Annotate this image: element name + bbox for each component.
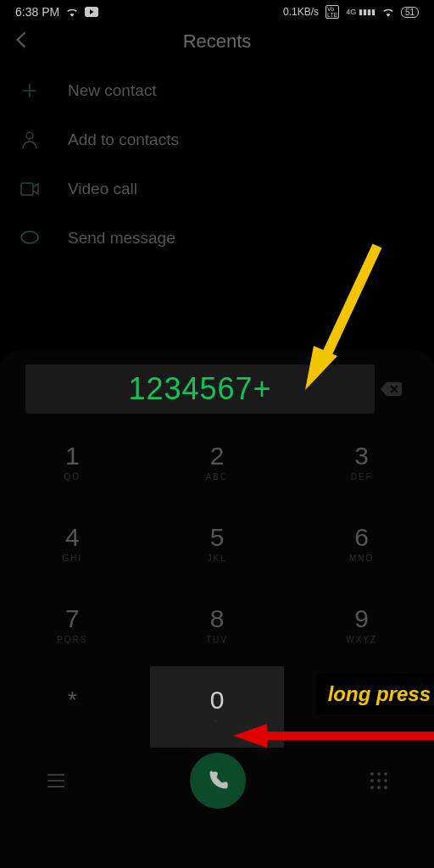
- action-label: Add to contacts: [68, 131, 179, 149]
- svg-point-12: [384, 786, 387, 789]
- key-8[interactable]: 8TUV: [145, 585, 290, 666]
- svg-point-8: [377, 779, 381, 782]
- key-6[interactable]: 6MNO: [289, 504, 434, 585]
- action-label: Send message: [68, 229, 175, 248]
- action-label: Video call: [68, 180, 137, 198]
- svg-point-7: [370, 779, 374, 782]
- signal-icon: 4G ▮▮▮▮: [346, 8, 376, 16]
- svg-point-4: [370, 772, 374, 776]
- dialpad-icon[interactable]: [370, 771, 388, 790]
- add-to-contacts-item[interactable]: Add to contacts: [17, 120, 434, 170]
- battery-icon: 51: [401, 7, 419, 18]
- page-title: Recents: [183, 31, 252, 53]
- svg-point-6: [384, 772, 387, 776]
- key-2[interactable]: 2ABC: [145, 422, 290, 504]
- key-star[interactable]: *: [0, 666, 145, 748]
- backspace-icon[interactable]: [375, 381, 409, 398]
- svg-point-11: [377, 786, 381, 789]
- wifi-icon: [66, 7, 78, 17]
- action-label: New contact: [68, 81, 157, 100]
- dialed-number: 1234567+: [128, 371, 271, 406]
- dialer-panel: 1234567+ 1QO 2ABC 3DEF 4GHI 5JKL 6MNO 7P…: [0, 349, 434, 868]
- svg-point-5: [377, 772, 381, 776]
- svg-rect-2: [21, 183, 33, 195]
- menu-icon[interactable]: [46, 773, 66, 788]
- send-message-item[interactable]: Send message: [17, 219, 434, 268]
- person-icon: [17, 131, 42, 149]
- status-bar: 6:38 PM 0.1KB/s VoLTE 4G ▮▮▮▮ 51: [0, 0, 434, 19]
- key-5[interactable]: 5JKL: [145, 504, 290, 585]
- key-3[interactable]: 3DEF: [289, 422, 434, 504]
- net-speed: 0.1KB/s: [283, 6, 319, 18]
- wifi-icon-2: [382, 7, 394, 17]
- key-9[interactable]: 9WXYZ: [289, 585, 434, 666]
- key-4[interactable]: 4GHI: [0, 504, 145, 585]
- svg-point-9: [384, 779, 387, 782]
- back-icon[interactable]: [15, 31, 27, 49]
- header: Recents: [0, 19, 434, 68]
- call-button[interactable]: [190, 753, 246, 809]
- new-contact-item[interactable]: New contact: [17, 71, 434, 120]
- svg-point-10: [370, 786, 374, 789]
- long-press-annotation: long press: [316, 674, 434, 715]
- volte-icon: VoLTE: [326, 5, 339, 19]
- key-1[interactable]: 1QO: [0, 422, 145, 504]
- video-icon: [17, 182, 42, 196]
- svg-point-3: [21, 231, 38, 243]
- message-icon: [17, 231, 42, 246]
- key-7[interactable]: 7PQRS: [0, 585, 145, 666]
- number-display[interactable]: 1234567+: [25, 364, 375, 414]
- video-call-item[interactable]: Video call: [17, 170, 434, 219]
- svg-point-1: [26, 132, 33, 139]
- action-list: New contact Add to contacts Video call S…: [0, 68, 434, 268]
- youtube-icon: [85, 7, 98, 17]
- key-0[interactable]: 0+: [150, 666, 285, 748]
- plus-icon: [17, 82, 42, 99]
- status-time: 6:38 PM: [15, 5, 59, 19]
